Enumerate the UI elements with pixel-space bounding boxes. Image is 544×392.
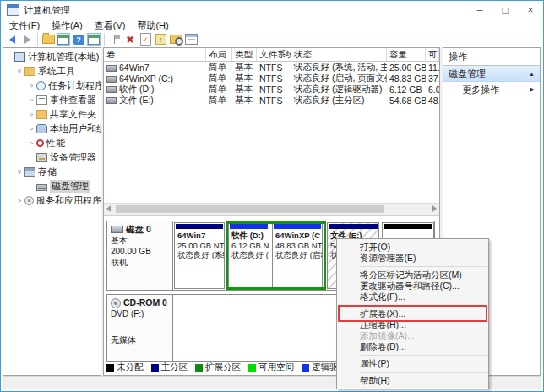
maximize-button[interactable]: □: [492, 1, 518, 19]
menu-separator: [360, 305, 487, 306]
tree-item-local-users[interactable]: > 本地用户和组: [3, 122, 101, 136]
col-filesystem[interactable]: 文件系统: [257, 48, 291, 61]
volume-context-menu: 打开(O) 资源管理器(E) 将分区标记为活动分区(M) 更改驱动器号和路径(C…: [336, 238, 489, 389]
actions-title: 操作: [443, 48, 540, 66]
tree-item-services-apps[interactable]: > 服务和应用程序: [3, 193, 101, 208]
volume-row-64win7[interactable]: 64Win7 简单 基本 NTFS 状态良好 (系统, 活动, 主分区) 25.…: [104, 62, 439, 73]
cdrom-0-header[interactable]: CD-ROM 0 DVD (F:) 无媒体: [107, 295, 173, 361]
properties-icon[interactable]: [184, 33, 198, 46]
console-tree: 计算机管理(本地) ∨ 系统工具 > 任务计划程序 > 事件查看器 > 共享文件…: [3, 47, 101, 376]
partition-64winxp-c[interactable]: 64WinXP (C 48.83 GB NTF 状态良好 (启动: [272, 222, 323, 289]
disk-0-header[interactable]: 磁盘 0 基本 200.00 GB 联机: [107, 221, 173, 290]
expanded-chevron-icon[interactable]: ∨: [15, 168, 24, 176]
browse-icon[interactable]: [169, 33, 182, 46]
scrollbar-thumb[interactable]: [116, 205, 384, 213]
tree-item-event-viewer[interactable]: > 事件查看器: [3, 93, 101, 107]
extended-partition-swatch: [195, 364, 203, 372]
disk-0-status: 联机: [111, 257, 169, 268]
menu-separator: [360, 372, 487, 373]
tree-item-device-manager[interactable]: 设备管理器: [3, 150, 101, 165]
collapse-icon[interactable]: ▲: [529, 71, 535, 77]
window-title: 计算机管理: [24, 4, 70, 17]
col-capacity[interactable]: 容量: [387, 48, 426, 61]
pointer-icon[interactable]: [108, 33, 122, 46]
menu-item-delete-volume[interactable]: 删除卷(D)...: [337, 341, 488, 352]
device-manager-icon: [36, 153, 47, 162]
toolbar-separator: [104, 33, 105, 46]
expanded-chevron-icon[interactable]: ∨: [15, 68, 24, 75]
col-volume[interactable]: 卷: [104, 48, 206, 61]
col-type[interactable]: 类型: [232, 48, 257, 61]
volume-icon: [106, 65, 117, 72]
menu-bar: 文件(F) 操作(A) 查看(V) 帮助(H): [1, 19, 543, 32]
close-button[interactable]: ×: [518, 1, 543, 19]
menu-item-extend-volume[interactable]: 扩展卷(X)...: [337, 308, 488, 319]
disk-management-icon: [36, 184, 47, 191]
menu-item-explorer[interactable]: 资源管理器(E): [337, 253, 488, 264]
up-folder-icon[interactable]: [41, 33, 55, 46]
disk-icon: [111, 226, 123, 233]
primary-partition-bar: [176, 224, 223, 229]
menu-help[interactable]: 帮助(H): [131, 19, 174, 32]
tree-item-shared-folders[interactable]: > 共享文件夹: [3, 107, 101, 122]
menu-action[interactable]: 操作(A): [46, 19, 89, 32]
services-icon: [24, 196, 34, 205]
tree-item-performance[interactable]: > 性能: [3, 136, 101, 150]
actions-group-disk-management[interactable]: 磁盘管理 ▲: [443, 66, 540, 82]
forward-icon[interactable]: [20, 33, 34, 46]
menu-item-open[interactable]: 打开(O): [337, 242, 488, 253]
partition-legend: 未分配 主分区 扩展分区 可用空间 逻辑驱动器: [106, 362, 356, 373]
scroll-right-icon[interactable]: [432, 205, 437, 212]
more-actions-item[interactable]: 更多操作 ▶: [443, 82, 540, 97]
verify-icon[interactable]: ✓: [139, 33, 152, 46]
horizontal-scrollbar[interactable]: [104, 203, 439, 215]
task-scheduler-icon: [36, 81, 46, 90]
tree-item-storage[interactable]: ∨ 存储: [3, 165, 101, 179]
menu-item-mark-active[interactable]: 将分区标记为活动分区(M): [337, 270, 488, 280]
collapsed-chevron-icon[interactable]: >: [27, 96, 35, 104]
col-free[interactable]: 可用: [426, 48, 439, 61]
event-viewer-icon: [36, 95, 47, 105]
menu-item-help[interactable]: 帮助(H): [337, 375, 488, 386]
menu-view[interactable]: 查看(V): [89, 19, 132, 32]
menu-item-format[interactable]: 格式化(F)...: [337, 291, 488, 302]
partition-64win7[interactable]: 64Win7 25.00 GB NTF 状态良好 (系统: [174, 222, 225, 289]
free-space-swatch: [248, 364, 256, 372]
toolbar-separator: [37, 33, 38, 46]
menu-item-change-drive-letter[interactable]: 更改驱动器号和路径(C)...: [337, 280, 488, 291]
tree-item-task-scheduler[interactable]: > 任务计划程序: [3, 79, 101, 93]
col-layout[interactable]: 布局: [206, 48, 232, 61]
logical-drive-bar: [274, 224, 321, 229]
tree-item-computer-management[interactable]: 计算机管理(本地): [3, 50, 101, 64]
primary-partition-swatch: [151, 364, 159, 372]
collapsed-chevron-icon[interactable]: >: [27, 125, 35, 133]
primary-partition-bar: [329, 224, 378, 229]
tree-item-system-tools[interactable]: ∨ 系统工具: [3, 64, 101, 79]
collapsed-chevron-icon[interactable]: >: [27, 139, 35, 147]
partition-ruanjian-d[interactable]: 软件 (D:) 6.12 GB N 状态良好 (: [228, 222, 269, 289]
system-tools-icon: [24, 67, 35, 76]
volume-icon: [106, 86, 117, 93]
up-volume-icon[interactable]: ↑: [154, 33, 167, 46]
show-console-tree-icon[interactable]: [57, 33, 70, 46]
app-icon: [7, 4, 19, 16]
back-icon[interactable]: [5, 33, 19, 46]
collapsed-chevron-icon[interactable]: >: [15, 197, 24, 204]
toolbar: ? ✖ ✓ ↑: [1, 32, 543, 46]
collapsed-chevron-icon[interactable]: >: [27, 111, 35, 118]
menu-item-shrink-volume[interactable]: 压缩卷(H)...: [337, 319, 488, 330]
help-icon[interactable]: ?: [72, 33, 85, 46]
menu-file[interactable]: 文件(F): [3, 19, 46, 32]
volume-list-header: 卷 布局 类型 文件系统 状态 容量 可用: [104, 48, 439, 62]
menu-separator: [360, 355, 487, 356]
menu-item-add-mirror: 添加镜像(A)...: [337, 330, 488, 341]
collapsed-chevron-icon[interactable]: >: [27, 82, 35, 90]
volume-row-wenjian-e[interactable]: 文件 (E:) 简单 基本 NTFS 状态良好 (主分区) 54.68 GB 4…: [104, 95, 439, 106]
tree-item-disk-management[interactable]: 磁盘管理: [3, 179, 101, 193]
menu-item-properties[interactable]: 属性(P): [337, 358, 488, 369]
minimize-button[interactable]: –: [467, 1, 492, 19]
show-window-icon[interactable]: [87, 33, 101, 46]
col-status[interactable]: 状态: [291, 48, 387, 61]
scroll-left-icon[interactable]: [106, 205, 111, 212]
delete-icon[interactable]: ✖: [123, 33, 137, 46]
